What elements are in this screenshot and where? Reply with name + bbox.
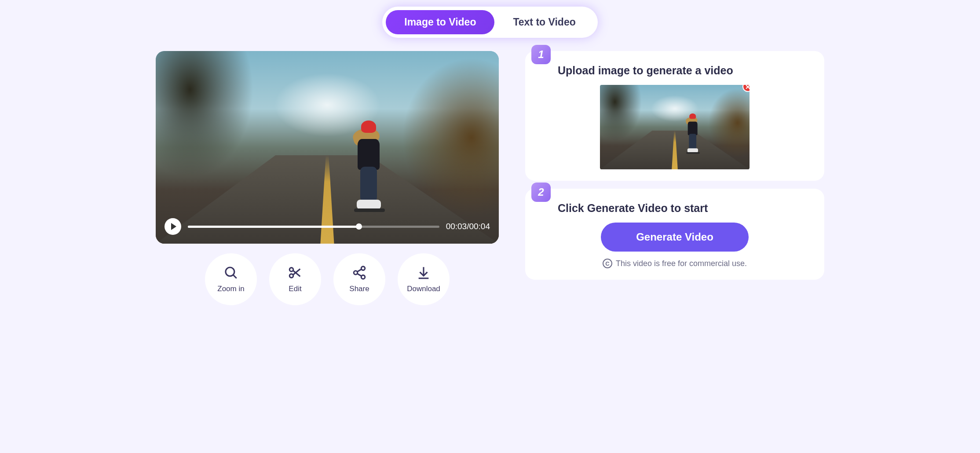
generate-video-button[interactable]: Generate Video <box>601 223 749 252</box>
video-controls: 00:03/00:04 <box>165 218 490 235</box>
download-icon <box>416 265 431 280</box>
uploaded-image-thumbnail[interactable]: ✕ <box>600 85 750 169</box>
disclaimer: C This video is free for commercial use. <box>541 259 808 268</box>
progress-thumb[interactable] <box>356 223 362 230</box>
step-2-title: Click Generate Video to start <box>558 202 808 215</box>
svg-point-7 <box>354 271 358 275</box>
svg-line-10 <box>357 274 362 276</box>
edit-label: Edit <box>289 285 301 293</box>
zoom-label: Zoom in <box>217 285 244 293</box>
zoom-in-button[interactable]: Zoom in <box>205 253 257 305</box>
tab-pill: Image to Video Text to Video <box>382 7 597 38</box>
svg-point-6 <box>361 267 365 270</box>
video-preview[interactable]: 00:03/00:04 <box>156 51 499 244</box>
svg-line-9 <box>357 269 362 272</box>
share-label: Share <box>349 285 369 293</box>
zoom-icon <box>223 265 238 280</box>
step-1-title: Upload image to generate a video <box>558 64 808 77</box>
svg-line-1 <box>233 275 237 278</box>
play-button[interactable] <box>165 218 181 235</box>
step-1-badge: 1 <box>531 45 551 64</box>
svg-point-0 <box>226 267 234 276</box>
download-button[interactable]: Download <box>398 253 450 305</box>
mode-tabs: Image to Video Text to Video <box>9 7 971 38</box>
time-display: 00:03/00:04 <box>446 222 490 231</box>
video-progress[interactable] <box>188 226 439 228</box>
step-2-badge: 2 <box>531 183 551 202</box>
download-label: Download <box>407 285 440 293</box>
share-button[interactable]: Share <box>333 253 385 305</box>
play-icon <box>171 223 176 230</box>
video-subject <box>348 121 392 217</box>
svg-point-8 <box>361 275 365 279</box>
action-buttons: Zoom in Edit Share Download <box>156 253 499 305</box>
disclaimer-text: This video is free for commercial use. <box>616 259 747 268</box>
scissors-icon <box>288 265 303 280</box>
tab-text-to-video[interactable]: Text to Video <box>494 10 594 34</box>
edit-button[interactable]: Edit <box>269 253 321 305</box>
tab-image-to-video[interactable]: Image to Video <box>386 10 494 34</box>
step-1-card: 1 Upload image to generate a video <box>525 51 824 181</box>
close-icon: ✕ <box>745 85 750 90</box>
step-2-card: 2 Click Generate Video to start Generate… <box>525 189 824 280</box>
copyright-icon: C <box>603 259 612 268</box>
share-icon <box>352 265 367 280</box>
